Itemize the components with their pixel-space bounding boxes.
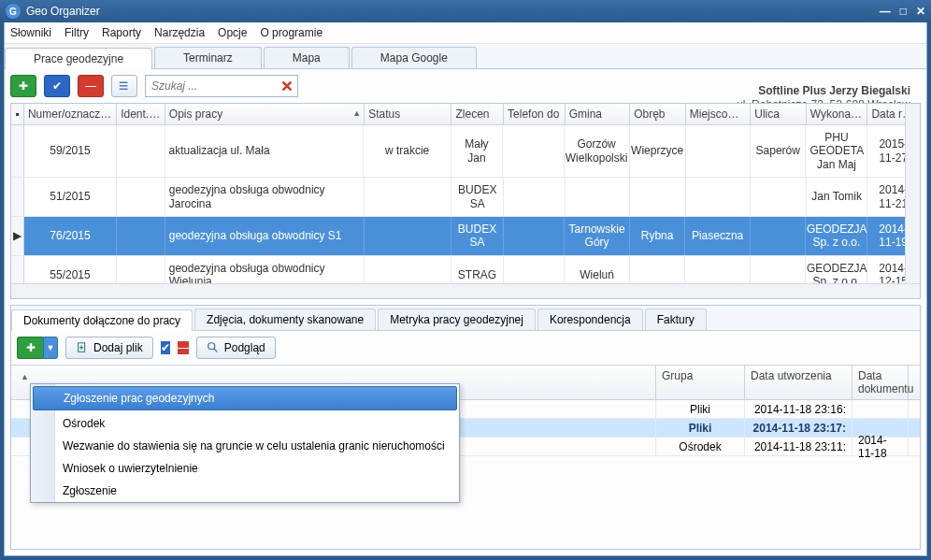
app-icon: G xyxy=(6,4,21,19)
h-scrollbar[interactable] xyxy=(11,283,920,298)
cell-wykon: Jan Tomik xyxy=(807,178,868,216)
col-status[interactable]: Status xyxy=(365,104,451,124)
subtab-dokumenty[interactable]: Dokumenty dołączone do pracy xyxy=(11,309,193,331)
clear-search-button[interactable] xyxy=(277,76,297,96)
dropdown-item[interactable]: Zgłoszenie prac geodezyjnych xyxy=(33,386,457,410)
col-obreb[interactable]: Obręb xyxy=(630,104,686,124)
main-tabs: Prace geodezyjne Terminarz Mapa Mapa Goo… xyxy=(5,44,926,69)
row-marker: ▶ xyxy=(11,217,24,255)
menu-slowniki[interactable]: Słowniki xyxy=(10,26,51,39)
confirm-doc-button[interactable]: ✔ xyxy=(161,341,170,354)
app-title: Geo Organizer xyxy=(26,5,880,18)
col-zlecen[interactable]: Zlecen xyxy=(451,104,504,124)
tab-terminarz[interactable]: Terminarz xyxy=(154,47,262,68)
cell-status xyxy=(365,178,451,216)
menubar: Słowniki Filtry Raporty Narzędzia Opcje … xyxy=(5,22,926,44)
doc-cell-dok: 2014-11-18 xyxy=(852,438,909,455)
col-ulica[interactable]: Ulica xyxy=(751,104,807,124)
tab-mapa-google[interactable]: Mapa Google xyxy=(351,47,477,68)
tab-mapa[interactable]: Mapa xyxy=(264,47,350,68)
menu-opcje[interactable]: Opcje xyxy=(218,26,247,39)
svg-rect-1 xyxy=(120,85,128,86)
subtab-faktury[interactable]: Faktury xyxy=(645,309,707,330)
table-row[interactable]: 59/2015aktualizacja ul. Maław trakcieMał… xyxy=(11,125,920,178)
add-doc-dropdown-menu: Zgłoszenie prac geodezyjnychOśrodekWezwa… xyxy=(30,383,460,503)
cell-ulica xyxy=(751,178,807,216)
confirm-button[interactable]: ✔ xyxy=(44,75,70,97)
svg-rect-0 xyxy=(120,82,128,83)
close-button[interactable]: ✕ xyxy=(916,5,925,18)
cell-tel xyxy=(504,217,566,255)
preview-label: Podgląd xyxy=(224,341,265,354)
list-button[interactable] xyxy=(111,75,137,97)
titlebar: G Geo Organizer — □ ✕ xyxy=(0,0,931,22)
subtab-zdjecia[interactable]: Zdjęcia, dokumenty skanowane xyxy=(194,309,376,330)
list-icon xyxy=(118,79,131,93)
doc-cell-utw: 2014-11-18 23:16: xyxy=(745,400,852,418)
tab-prace-geodezyjne[interactable]: Prace geodezyjne xyxy=(5,48,152,69)
cell-status: w trakcie xyxy=(364,125,451,177)
company-name: Softline Plus Jerzy Biegalski xyxy=(737,84,910,98)
preview-button[interactable]: Podgląd xyxy=(196,337,276,359)
col-gmina[interactable]: Gmina xyxy=(566,104,631,124)
search-box xyxy=(145,75,298,97)
grid-body: 59/2015aktualizacja ul. Maław trakcieMał… xyxy=(11,125,920,299)
maximize-button[interactable]: □ xyxy=(900,5,907,18)
table-row[interactable]: ▶76/2015geodezyjna obsługa obwodnicy S1B… xyxy=(11,217,920,256)
dropdown-item[interactable]: Wezwanie do stawienia się na gruncie w c… xyxy=(31,435,459,457)
doc-cell-grupa: Pliki xyxy=(656,400,745,418)
subtab-korespondencja[interactable]: Korespondencja xyxy=(537,309,643,330)
cell-wykon: GEODEZJA Sp. z o.o. xyxy=(806,217,867,255)
jobs-grid: ▪ Numer/oznaczenie Ident. zgł Opis pracy… xyxy=(10,103,921,299)
cell-numer: 51/2015 xyxy=(24,178,117,216)
col-wykonawca[interactable]: Wykonawca xyxy=(807,104,868,124)
add-doc-button[interactable]: ✚ xyxy=(17,337,43,359)
delete-doc-button[interactable]: — xyxy=(178,341,189,354)
doc-col-grupa[interactable]: Grupa xyxy=(656,366,745,399)
add-file-label: Dodaj plik xyxy=(93,341,143,354)
subtab-metryka[interactable]: Metryka pracy geodezyjnej xyxy=(378,309,536,330)
window-controls: — □ ✕ xyxy=(880,5,925,18)
table-row[interactable]: 51/2015geodezyjna obsługa obwodnicy Jaro… xyxy=(11,178,920,217)
cell-zlecen: BUDEX SA xyxy=(451,178,504,216)
menu-raporty[interactable]: Raporty xyxy=(102,26,141,39)
cell-miejsc xyxy=(686,125,751,177)
minimize-button[interactable]: — xyxy=(880,5,891,18)
doc-cell-grupa: Pliki xyxy=(656,419,745,437)
col-telefon[interactable]: Telefon do xyxy=(504,104,566,124)
dropdown-item[interactable]: Zgłoszenie xyxy=(31,480,459,502)
col-miejscowosc[interactable]: Miejscowość xyxy=(686,104,752,124)
add-file-button[interactable]: Dodaj plik xyxy=(65,337,153,359)
cell-opis: geodezyjna obsługa obwodnicy S1 xyxy=(165,217,365,255)
cell-numer: 76/2015 xyxy=(24,217,117,255)
dropdown-item[interactable]: Wniosek o uwierzytelnienie xyxy=(31,457,459,480)
x-icon xyxy=(280,79,294,93)
delete-button[interactable]: — xyxy=(78,75,104,97)
v-scrollbar[interactable] xyxy=(905,104,920,283)
col-numer[interactable]: Numer/oznaczenie xyxy=(24,104,117,124)
svg-point-4 xyxy=(208,343,214,350)
row-marker xyxy=(11,125,24,177)
cell-zlecen: BUDEX SA xyxy=(451,217,504,255)
add-button[interactable]: ✚ xyxy=(10,75,36,97)
menu-filtry[interactable]: Filtry xyxy=(64,26,89,39)
sort-asc-icon: ▲ xyxy=(21,372,29,381)
sub-tabs: Dokumenty dołączone do pracy Zdjęcia, do… xyxy=(11,306,920,331)
menu-o-programie[interactable]: O programie xyxy=(260,26,322,39)
cell-ulica: Saperów xyxy=(751,125,806,177)
doc-col-utworzenia[interactable]: Data utworzenia xyxy=(745,366,852,399)
search-input[interactable] xyxy=(146,78,277,94)
doc-cell-dok xyxy=(852,400,909,418)
cell-miejsc xyxy=(686,178,752,216)
add-doc-dropdown-button[interactable]: ▼ xyxy=(43,337,58,359)
col-ident[interactable]: Ident. zgł xyxy=(117,104,165,124)
cell-obreb: Wieprzyce xyxy=(630,125,686,177)
svg-rect-2 xyxy=(120,89,128,90)
doc-col-dokumentu[interactable]: Data dokumentu xyxy=(852,366,909,399)
menu-narzedzia[interactable]: Narzędzia xyxy=(154,26,205,39)
row-selector-header[interactable]: ▪ xyxy=(11,104,24,124)
col-opis[interactable]: Opis pracy▲ xyxy=(165,104,365,124)
cell-ident xyxy=(117,217,165,255)
dropdown-item[interactable]: Ośrodek xyxy=(31,412,459,435)
cell-gmina: Tarnowskie Góry xyxy=(565,217,629,255)
